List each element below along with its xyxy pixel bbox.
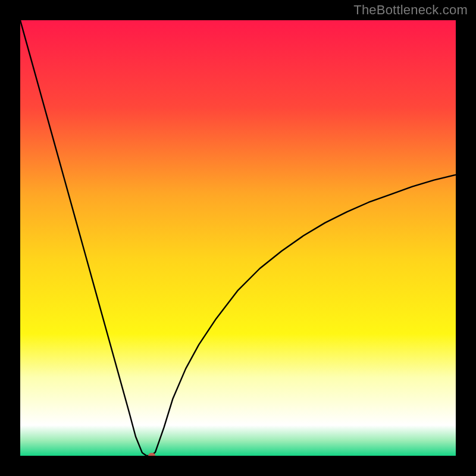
chart-frame: TheBottleneck.com (0, 0, 476, 476)
chart-svg (20, 20, 456, 456)
plot-area (20, 20, 456, 456)
watermark-text: TheBottleneck.com (353, 2, 468, 18)
gradient-background (20, 20, 456, 456)
